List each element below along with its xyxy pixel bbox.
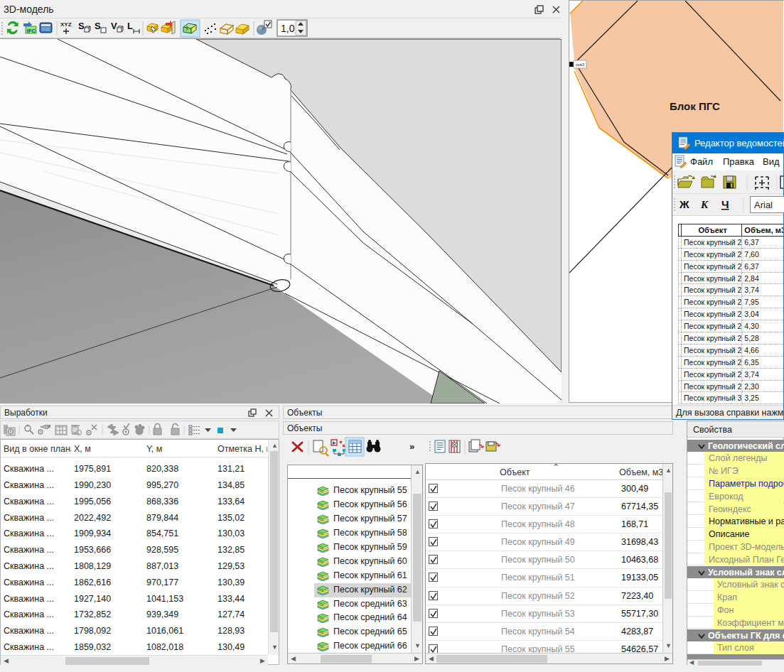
svg-text:S: S	[95, 21, 101, 31]
svg-text:XYZ: XYZ	[60, 21, 72, 28]
svg-text:Блок ПГС: Блок ПГС	[670, 100, 720, 112]
svg-text:»: »	[409, 441, 414, 452]
svg-text:IFC: IFC	[27, 28, 36, 34]
svg-text:Ч: Ч	[721, 198, 729, 210]
svg-text:Ж: Ж	[679, 198, 689, 210]
svg-text:1,0: 1,0	[281, 23, 295, 34]
svg-text:S: S	[78, 21, 85, 31]
svg-text:скв3: скв3	[576, 63, 585, 67]
svg-text:К: К	[700, 199, 709, 210]
svg-text:L: L	[127, 21, 133, 31]
svg-text:V: V	[111, 21, 117, 31]
